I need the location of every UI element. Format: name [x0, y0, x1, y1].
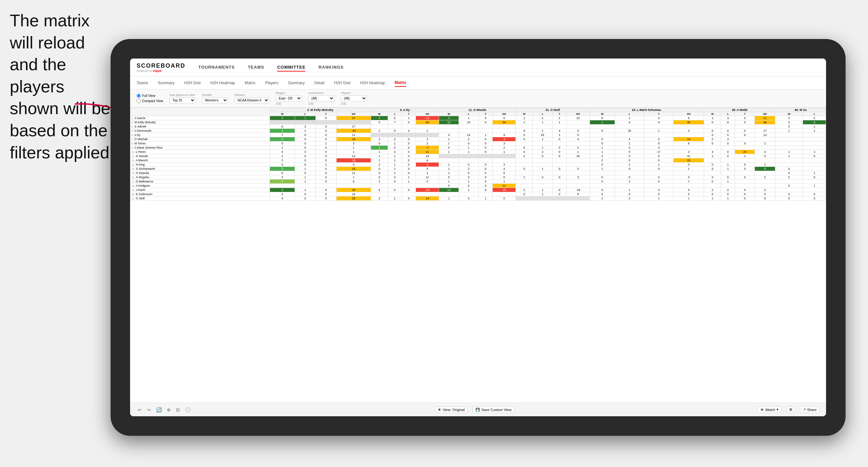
nav-rankings[interactable]: RANKINGS [318, 63, 343, 71]
region-select[interactable]: East - DII (All) [276, 95, 302, 101]
sh-t1: T [315, 112, 336, 116]
share-label: Share [807, 408, 817, 412]
sh-w4: W [516, 112, 533, 116]
table-row: 11. G Woods 10014 11014 20025 20041 1010… [130, 154, 826, 158]
save-custom-btn[interactable]: 💾 Save Custom View [472, 406, 515, 413]
tablet-screen: SCOREBOARD Powered by clippd TOURNAMENTS… [130, 59, 826, 416]
toolbar-center: 👁 View: Original 💾 Save Custom View [435, 406, 514, 413]
gender-select[interactable]: Women's Men's [202, 97, 228, 103]
redo-btn[interactable]: ↪ [146, 406, 152, 413]
sh-w2: W [371, 112, 388, 116]
view-original-btn[interactable]: 👁 View: Original [435, 406, 468, 413]
watch-btn[interactable]: 👁 Watch ▾ [757, 406, 781, 413]
bottom-toolbar: ↩ ↪ 🔄 ⊕ ⊟ 🕐 👁 View: Original 💾 Save Cust… [130, 403, 826, 416]
save-icon: 💾 [475, 407, 480, 412]
players-filter: Players (All) (All) [341, 91, 367, 105]
top-nav: SCOREBOARD Powered by clippd TOURNAMENTS… [130, 59, 826, 76]
region-filter: Region East - DII (All) (All) [276, 91, 302, 105]
table-row: 21. O Stoll 40033 21014 1310 2211 1109 0… [130, 196, 826, 201]
table-row: 14. S Srichantamit 31018 0105 1204 0105 … [130, 167, 826, 171]
col-schumac: 23. L Marie Schumac. [590, 108, 704, 112]
view-original-label: View: Original [443, 408, 465, 412]
player-col-header [130, 108, 270, 116]
gender-label: Gender [202, 93, 228, 97]
sub-nav-matrix2[interactable]: Matrix [395, 79, 406, 87]
full-view-radio[interactable]: Full View [136, 94, 163, 98]
table-row: 7. O Mitchell 30018 2202 120-4 0104 0402… [130, 137, 826, 142]
watch-icon: 👁 [761, 408, 764, 412]
share-icon: ↗ [803, 407, 806, 412]
sub-nav-summary[interactable]: Summary [158, 80, 174, 87]
col-stoll: 21. O Stoll [516, 108, 590, 112]
sh-w3: W [439, 112, 459, 116]
sub-nav-h2h-heatmap2[interactable]: H2H Heatmap [360, 80, 385, 87]
sh-d2: Dif [415, 112, 439, 116]
conference-select[interactable]: (All) [308, 95, 334, 101]
table-row: 2. M Kelly Mulcahy 07040 1010050 111 140… [130, 120, 826, 125]
save-custom-label: Save Custom View [481, 408, 512, 412]
sub-nav: Teams Summary H2H Grid H2H Heatmap Matri… [130, 76, 826, 89]
sub-nav-h2h-grid[interactable]: H2H Grid [184, 80, 201, 87]
sh-d5: Dif [674, 112, 704, 116]
layout-btn[interactable]: ⊟ [175, 406, 181, 413]
watch-label: Watch [765, 408, 775, 412]
table-row: 8. M Torres 0013 0102 1003 0108 0001 [130, 142, 826, 146]
sub-nav-detail[interactable]: Detail [314, 80, 324, 87]
sh-t6: T [735, 112, 755, 116]
sub-nav-teams[interactable]: Teams [136, 80, 148, 87]
undo-btn[interactable]: ↩ [136, 406, 143, 413]
view-options: Full View Compact View [136, 94, 163, 103]
grid-btn[interactable]: ⊞ [786, 406, 795, 413]
filters-row: Full View Compact View Max players in vi… [130, 89, 826, 107]
conference-filter: Conference (All) (All) [308, 91, 334, 105]
zoom-btn[interactable]: ⊕ [165, 406, 172, 413]
refresh-btn[interactable]: 🔄 [155, 406, 163, 413]
nav-committee[interactable]: COMMITTEE [277, 63, 305, 71]
compact-view-radio[interactable]: Compact View [136, 99, 163, 103]
sh-w5: W [590, 112, 615, 116]
nav-teams[interactable]: TEAMS [248, 63, 265, 71]
sh-w1: W [270, 112, 294, 116]
logo-powered: Powered by clippd [136, 69, 185, 72]
sh-l7: L [803, 112, 826, 116]
matrix-table: 2. M Kelly Mulcahy 6. A Dy 11. G Woods 2… [130, 107, 826, 201]
division-filter: Division NCAA Division II NCAA Division … [235, 93, 269, 103]
clock-btn[interactable]: 🕐 [184, 406, 192, 413]
sh-l5: L [615, 112, 644, 116]
sub-nav-players[interactable]: Players [265, 80, 278, 87]
sh-l4: L [533, 112, 553, 116]
sh-d1: Dif [336, 112, 371, 116]
division-select[interactable]: NCAA Division II NCAA Division I NCAA Di… [235, 97, 269, 103]
sh-d3: Dif [492, 112, 516, 116]
nav-items: TOURNAMENTS TEAMS COMMITTEE RANKINGS [198, 63, 344, 71]
share-btn[interactable]: ↗ Share [800, 406, 819, 413]
sh-l6: L [721, 112, 735, 116]
toolbar-left: ↩ ↪ 🔄 ⊕ ⊟ 🕐 [136, 406, 192, 413]
max-players-select[interactable]: Top 25 Top 50 All [169, 97, 195, 103]
sh-t5: T [644, 112, 674, 116]
tablet-frame: SCOREBOARD Powered by clippd TOURNAMENTS… [111, 39, 845, 436]
table-row: 18. A Hodgson 00011 01 [130, 184, 826, 188]
nav-tournaments[interactable]: TOURNAMENTS [198, 63, 235, 71]
max-players-label: Max players in view [169, 93, 195, 97]
table-row: 3. S Jelinek 02017 01 [130, 125, 826, 129]
sh-d4: Dif [566, 112, 590, 116]
players-select[interactable]: (All) [341, 95, 367, 101]
col-woods: 11. G Woods [439, 108, 516, 112]
sh-l2: L [388, 112, 402, 116]
logo-scoreboard: SCOREBOARD [136, 62, 185, 69]
sub-nav-h2h-grid2[interactable]: H2H Grid [334, 80, 350, 87]
sub-nav-summary2[interactable]: Summary [288, 80, 304, 87]
gender-filter: Gender Women's Men's [202, 93, 228, 103]
sh-w6: W [704, 112, 721, 116]
sub-nav-matrix[interactable]: Matrix [245, 80, 256, 87]
main-content[interactable]: 2. M Kelly Mulcahy 6. A Dy 11. G Woods 2… [130, 107, 826, 403]
division-label: Division [235, 93, 269, 97]
toolbar-right: 👁 Watch ▾ ⊞ ↗ Share [757, 406, 819, 413]
sh-d6: Dif [755, 112, 775, 116]
table-row: 6. A Dy 70011 01414 02510 00013 [130, 133, 826, 137]
col-ady: 6. A Dy [371, 108, 439, 112]
conference-label: Conference [308, 91, 334, 95]
sub-nav-h2h-heatmap[interactable]: H2H Heatmap [210, 80, 235, 87]
sh-w7: W [775, 112, 803, 116]
